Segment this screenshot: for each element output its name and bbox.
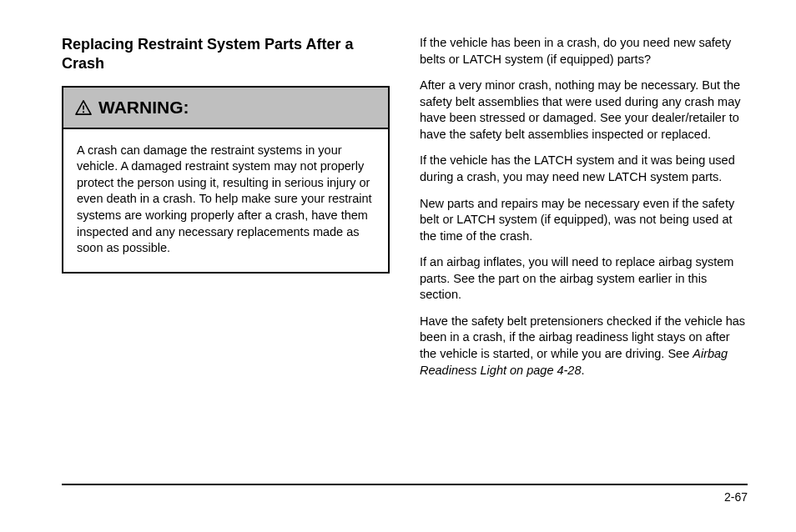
warning-triangle-icon	[75, 100, 92, 115]
xref-page: on page 4-28	[506, 364, 582, 377]
body-paragraph: If the vehicle has been in a crash, do y…	[420, 35, 748, 68]
body-paragraph: After a very minor crash, nothing may be…	[420, 78, 748, 143]
body-paragraph: New parts and repairs may be necessary e…	[420, 196, 748, 245]
right-column: If the vehicle has been in a crash, do y…	[420, 35, 748, 389]
page-footer: 2-67	[62, 484, 748, 504]
xref-post: .	[582, 364, 585, 377]
warning-body-text: A crash can damage the restraint systems…	[63, 129, 388, 272]
warning-header: WARNING:	[63, 88, 388, 129]
body-paragraph-xref: Have the safety belt pretensioners check…	[420, 314, 748, 379]
svg-point-1	[83, 111, 84, 113]
left-column: Replacing Restraint System Parts After a…	[62, 35, 390, 389]
body-paragraph: If the vehicle has the LATCH system and …	[420, 153, 748, 185]
page-body: Replacing Restraint System Parts After a…	[0, 0, 796, 389]
warning-label: WARNING:	[98, 98, 189, 118]
footer-rule	[62, 484, 748, 485]
warning-box: WARNING: A crash can damage the restrain…	[62, 86, 390, 274]
page-number: 2-67	[62, 490, 748, 504]
section-heading: Replacing Restraint System Parts After a…	[62, 35, 390, 74]
body-paragraph: If an airbag inflates, you will need to …	[420, 254, 748, 304]
